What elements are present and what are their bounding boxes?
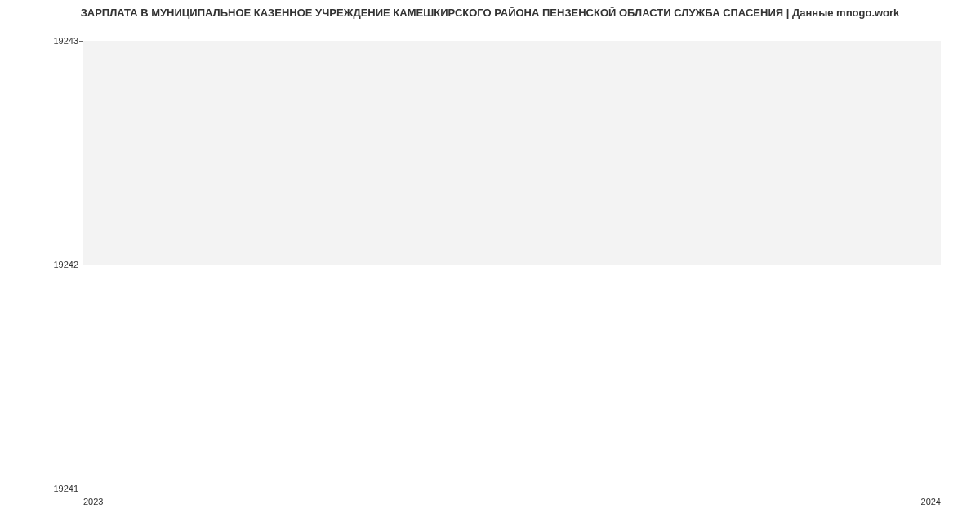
x-tick-label: 2023: [83, 497, 103, 506]
plot-background-upper: [83, 41, 941, 265]
y-tick-label: 19242: [53, 260, 78, 270]
data-line-series-0: [83, 265, 941, 266]
y-tick-label: 19241: [53, 484, 78, 493]
plot-area: [83, 41, 941, 489]
x-tick-label: 2024: [921, 497, 941, 506]
chart-title: ЗАРПЛАТА В МУНИЦИПАЛЬНОЕ КАЗЕННОЕ УЧРЕЖД…: [81, 7, 900, 19]
plot-background-lower: [83, 265, 941, 489]
y-tick-mark: [79, 265, 83, 266]
y-tick-mark: [79, 41, 83, 42]
y-tick-label: 19243: [53, 36, 78, 46]
y-tick-mark: [79, 489, 83, 489]
